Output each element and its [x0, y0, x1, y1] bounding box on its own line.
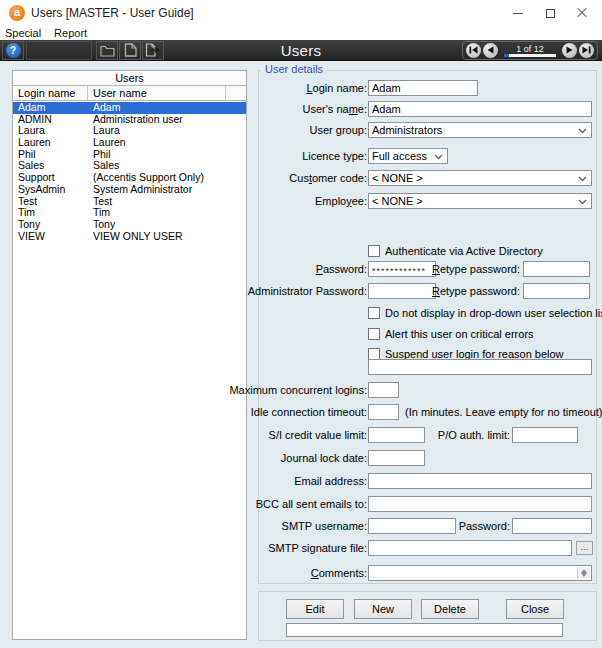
help-icon: ? [6, 43, 21, 58]
po-limit-label: P/O auth. limit: [438, 429, 510, 443]
licence-type-select[interactable]: Full access [368, 148, 448, 164]
journal-lock-input[interactable] [368, 450, 425, 466]
email-input[interactable] [368, 473, 592, 489]
export-record-button[interactable] [142, 41, 164, 60]
users-name-input[interactable] [368, 101, 592, 117]
credit-limit-row: S/I credit value limit: P/O auth. limit: [258, 427, 597, 443]
cell-login: Support [13, 172, 88, 184]
cell-login: Adam [13, 102, 88, 114]
list-item-lauren[interactable]: LaurenLauren [13, 137, 246, 149]
list-item-phil[interactable]: PhilPhil [13, 149, 246, 161]
column-header-login-name[interactable]: Login name [13, 86, 88, 100]
smtp-username-input[interactable] [368, 518, 456, 534]
suspend-reason-input[interactable] [368, 359, 592, 375]
list-item-support[interactable]: Support(Accentis Support Only) [13, 172, 246, 184]
user-group-select[interactable]: Administrators [368, 122, 592, 138]
close-action-button[interactable]: Close [506, 599, 564, 619]
menu-item-report[interactable]: Report [54, 27, 94, 39]
new-record-button[interactable] [119, 41, 141, 60]
toolbar-segment [26, 41, 92, 60]
record-position-text: 1 of 12 [516, 44, 544, 54]
customer-code-select[interactable]: < NONE > [368, 170, 592, 186]
bcc-label: BCC all sent emails to: [256, 498, 367, 512]
licence-type-label: Licence type: [302, 150, 367, 164]
admin-retype-password-input[interactable] [523, 283, 590, 299]
user-group-label: User group: [310, 124, 367, 138]
list-item-tony[interactable]: TonyTony [13, 219, 246, 231]
smtp-password-input[interactable] [512, 518, 592, 534]
login-name-label: Login name: [306, 82, 367, 96]
no-display-checkbox[interactable] [368, 307, 380, 319]
users-name-row: User's name: [258, 101, 597, 117]
status-bar [286, 623, 563, 637]
spinner-down-icon[interactable] [581, 573, 587, 577]
cell-name: (Accentis Support Only) [88, 172, 246, 184]
nav-prev-button[interactable] [483, 43, 498, 58]
open-record-button[interactable] [96, 41, 118, 60]
cell-name: VIEW ONLY USER [88, 231, 246, 243]
employee-select[interactable]: < NONE > [368, 193, 592, 209]
retype-password-input[interactable] [523, 261, 590, 277]
cell-login: SysAdmin [13, 184, 88, 196]
minimize-button[interactable] [502, 0, 534, 26]
column-header-user-name[interactable]: User name [88, 86, 226, 100]
admin-password-input[interactable] [368, 283, 436, 299]
no-display-checkbox-row[interactable]: Do not display in drop-down user selecti… [368, 306, 602, 320]
browse-button[interactable]: ... [576, 541, 593, 555]
nav-next-button[interactable] [562, 43, 577, 58]
list-item-sysadmin[interactable]: SysAdminSystem Administrator [13, 184, 246, 196]
nav-first-button[interactable] [466, 43, 481, 58]
chevron-down-icon [578, 176, 587, 182]
record-progress-bar [504, 54, 556, 57]
list-item-laura[interactable]: LauraLaura [13, 125, 246, 137]
alert-critical-checkbox-row[interactable]: Alert this user on critical errors [368, 327, 534, 341]
authenticate-ad-label: Authenticate via Active Directory [385, 245, 543, 257]
idle-timeout-row: Idle connection timeout: (In minutes. Le… [258, 404, 597, 420]
last-record-icon [582, 46, 591, 54]
comments-input[interactable] [368, 565, 592, 581]
cell-login: Laura [13, 125, 88, 137]
password-input[interactable] [368, 261, 436, 277]
smtp-signature-input[interactable] [368, 540, 572, 556]
employee-label: Employee: [315, 195, 367, 209]
maximize-button[interactable] [534, 0, 566, 26]
max-logins-input[interactable] [368, 382, 399, 398]
list-item-adam[interactable]: AdamAdam [13, 102, 246, 114]
idle-timeout-input[interactable] [368, 404, 399, 420]
comments-scrollbar[interactable] [577, 567, 590, 579]
window-title: Users [MASTER - User Guide] [31, 6, 194, 20]
new-button[interactable]: New [354, 599, 412, 619]
login-name-row: Login name: [258, 80, 597, 96]
idle-timeout-label: Idle connection timeout: [251, 406, 367, 420]
cell-login: Phil [13, 149, 88, 161]
password-label: Password: [316, 263, 367, 277]
page-title: Users [281, 42, 322, 59]
si-limit-label: S/I credit value limit: [269, 429, 367, 443]
list-item-view[interactable]: VIEWVIEW ONLY USER [13, 231, 246, 243]
list-item-test[interactable]: TestTest [13, 196, 246, 208]
po-limit-input[interactable] [512, 427, 578, 443]
list-item-tim[interactable]: TimTim [13, 207, 246, 219]
menu-item-special[interactable]: Special [5, 27, 48, 39]
next-record-icon [566, 46, 573, 54]
list-item-admin[interactable]: ADMINAdministration user [13, 114, 246, 126]
close-button[interactable] [566, 0, 598, 26]
edit-button[interactable]: Edit [286, 599, 344, 619]
authenticate-ad-checkbox-row[interactable]: Authenticate via Active Directory [368, 244, 543, 258]
email-label: Email address: [294, 475, 367, 489]
login-name-input[interactable] [368, 80, 478, 96]
nav-last-button[interactable] [579, 43, 594, 58]
bcc-input[interactable] [368, 496, 592, 512]
authenticate-ad-checkbox[interactable] [368, 245, 380, 257]
cell-name: Lauren [88, 137, 246, 149]
close-icon [577, 8, 587, 18]
help-button[interactable]: ? [2, 41, 24, 60]
journal-lock-row: Journal lock date: [258, 450, 597, 466]
users-list: Users Login name User name AdamAdam ADMI… [12, 70, 247, 640]
cell-login: ADMIN [13, 114, 88, 126]
list-item-sales[interactable]: SalesSales [13, 160, 246, 172]
alert-critical-checkbox[interactable] [368, 328, 380, 340]
si-limit-input[interactable] [368, 427, 425, 443]
delete-button[interactable]: Delete [421, 599, 479, 619]
cell-login: Lauren [13, 137, 88, 149]
